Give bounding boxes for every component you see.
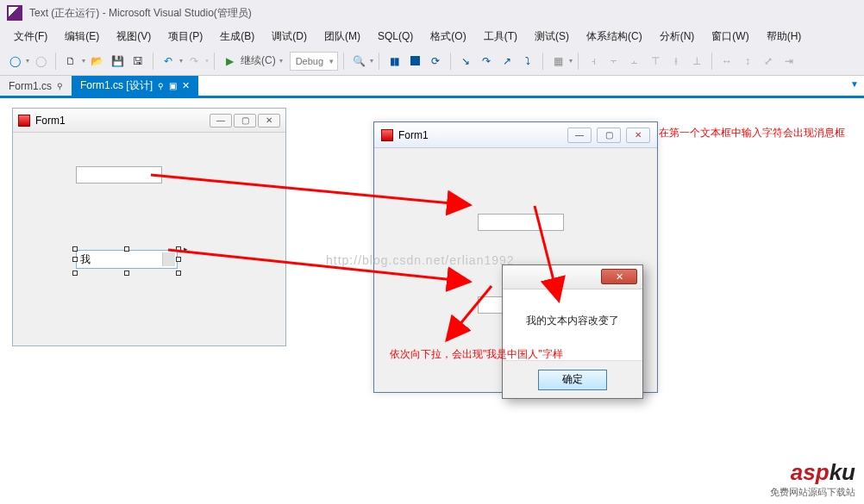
window-title: Text (正在运行) - Microsoft Visual Studio(管理… (29, 6, 252, 21)
tabs-dropdown-icon[interactable]: ▼ (850, 79, 859, 89)
pause-button[interactable]: ▮▮ (385, 52, 404, 71)
pin-icon: ⚲ (158, 82, 164, 90)
runtime-textbox1[interactable] (478, 214, 564, 231)
resize-handle[interactable] (72, 271, 78, 276)
align-bottom-button[interactable]: ⊥ (687, 52, 706, 71)
step-over-button[interactable]: ↷ (477, 52, 496, 71)
messagebox-titlebar[interactable]: ✕ (503, 265, 642, 289)
annotation-text-2: 依次向下拉，会出现"我是中国人"字样 (390, 347, 614, 362)
menu-help[interactable]: 帮助(H) (758, 28, 811, 46)
menu-edit[interactable]: 编辑(E) (56, 28, 108, 46)
step-out-button[interactable]: ↗ (498, 52, 517, 71)
resize-handle[interactable] (176, 246, 181, 252)
stop-button[interactable] (405, 52, 424, 71)
restart-button[interactable]: ⟳ (426, 52, 445, 71)
menu-build[interactable]: 生成(B) (211, 28, 263, 46)
vs-logo-icon (7, 5, 22, 21)
close-button[interactable]: ✕ (258, 114, 280, 128)
form-icon (18, 115, 30, 127)
resize-handle[interactable] (124, 271, 129, 276)
maximize-button[interactable]: ▢ (234, 114, 256, 128)
step-button[interactable]: ⤵ (518, 52, 537, 71)
form-title: Form1 (398, 129, 429, 141)
aspku-asp: asp (791, 459, 830, 485)
tab-label: Form1.cs (9, 80, 52, 92)
messagebox-text: 我的文本内容改变了 (503, 289, 642, 339)
toolbar: ◯ ▾ ◯ 🗋 ▾ 📂 💾 🖫 ↶ ▾ ↷ ▾ ▶ 继续(C) ▾ Debug … (0, 47, 864, 76)
menu-tools[interactable]: 工具(T) (475, 28, 526, 46)
form-designer-titlebar[interactable]: Form1 — ▢ ✕ (13, 109, 285, 133)
close-button[interactable]: ✕ (626, 128, 650, 143)
document-tabs: Form1.cs ⚲ Form1.cs [设计] ⚲ ▣ ✕ ▼ (0, 76, 864, 98)
nav-back-button[interactable]: ◯ (5, 52, 24, 71)
menu-arch[interactable]: 体系结构(C) (578, 28, 651, 46)
menu-analyze[interactable]: 分析(N) (651, 28, 704, 46)
tab-preview-icon: ▣ (169, 81, 177, 90)
step-into-button[interactable]: ↘ (456, 52, 475, 71)
save-button[interactable]: 💾 (108, 52, 127, 71)
vspace-button[interactable]: ↕ (738, 52, 757, 71)
resize-handle[interactable] (72, 257, 78, 262)
pin-icon: ⚲ (57, 82, 63, 90)
size-button[interactable]: ⤢ (759, 52, 778, 71)
menu-window[interactable]: 窗口(W) (703, 28, 757, 46)
aspku-logo: aspku 免费网站源码下载站 (770, 459, 855, 499)
combobox1-selection[interactable]: 我 ▾ ▸ (76, 250, 178, 271)
menu-format[interactable]: 格式(O) (422, 28, 474, 46)
combobox1[interactable]: 我 ▾ (76, 250, 178, 269)
minimize-button[interactable]: — (567, 128, 592, 143)
tab-order-button[interactable]: ⇥ (779, 52, 798, 71)
menu-view[interactable]: 视图(V) (108, 28, 160, 46)
resize-handle[interactable] (124, 246, 129, 252)
menu-sql[interactable]: SQL(Q) (369, 28, 422, 44)
combobox-value: 我 (80, 253, 91, 265)
align-center-button[interactable]: ⫟ (604, 52, 623, 71)
align-top-button[interactable]: ⊤ (646, 52, 665, 71)
layout-grid-button[interactable]: ▦ (548, 52, 567, 71)
form-title: Form1 (35, 115, 66, 127)
align-left-button[interactable]: ⫞ (584, 52, 603, 71)
hspace-button[interactable]: ↔ (717, 52, 736, 71)
align-middle-button[interactable]: ⫲ (667, 52, 686, 71)
menu-bar: 文件(F) 编辑(E) 视图(V) 项目(P) 生成(B) 调试(D) 团队(M… (0, 26, 864, 47)
new-item-button[interactable]: 🗋 (61, 52, 80, 71)
tab-form1-design[interactable]: Form1.cs [设计] ⚲ ▣ ✕ (72, 76, 198, 96)
messagebox[interactable]: ✕ 我的文本内容改变了 确定 (502, 264, 643, 399)
menu-file[interactable]: 文件(F) (5, 28, 56, 46)
resize-handle[interactable] (72, 246, 78, 252)
resize-handle[interactable] (176, 257, 181, 262)
menu-project[interactable]: 项目(P) (160, 28, 211, 46)
tab-label: Form1.cs [设计] (80, 78, 153, 93)
window-titlebar: Text (正在运行) - Microsoft Visual Studio(管理… (0, 0, 864, 26)
close-icon[interactable]: ✕ (182, 80, 190, 91)
textbox1[interactable] (76, 166, 162, 184)
form-designer-body[interactable]: 我 ▾ ▸ (13, 133, 285, 345)
form-designer-window[interactable]: Form1 — ▢ ✕ 我 ▾ (12, 108, 286, 346)
watermark-text: http://blog.csdn.net/erlian1992 (326, 253, 515, 267)
messagebox-footer: 确定 (503, 360, 642, 398)
minimize-button[interactable]: — (210, 114, 232, 128)
align-right-button[interactable]: ⫠ (625, 52, 644, 71)
tab-form1-cs[interactable]: Form1.cs ⚲ (0, 76, 72, 96)
find-button[interactable]: 🔍 (349, 52, 368, 71)
smart-tag-icon[interactable]: ▸ (184, 245, 188, 253)
undo-button[interactable]: ↶ (159, 52, 178, 71)
open-button[interactable]: 📂 (87, 52, 106, 71)
nav-fwd-button[interactable]: ◯ (31, 52, 50, 71)
messagebox-ok-button[interactable]: 确定 (538, 370, 607, 390)
chevron-down-icon: ▾ (169, 256, 172, 264)
menu-team[interactable]: 团队(M) (316, 28, 369, 46)
continue-button[interactable]: ▶ (220, 52, 239, 71)
menu-debug[interactable]: 调试(D) (263, 28, 316, 46)
maximize-button[interactable]: ▢ (597, 128, 621, 143)
save-all-button[interactable]: 🖫 (128, 52, 147, 71)
config-combo[interactable]: Debug (290, 52, 338, 71)
form-icon (381, 129, 393, 141)
messagebox-close-button[interactable]: ✕ (601, 269, 637, 284)
form-runtime-titlebar[interactable]: Form1 — ▢ ✕ (374, 122, 657, 148)
menu-test[interactable]: 测试(S) (526, 28, 578, 46)
resize-handle[interactable] (176, 271, 181, 276)
continue-label[interactable]: 继续(C) (241, 53, 276, 68)
aspku-subtitle: 免费网站源码下载站 (770, 486, 855, 499)
redo-button[interactable]: ↷ (185, 52, 203, 71)
